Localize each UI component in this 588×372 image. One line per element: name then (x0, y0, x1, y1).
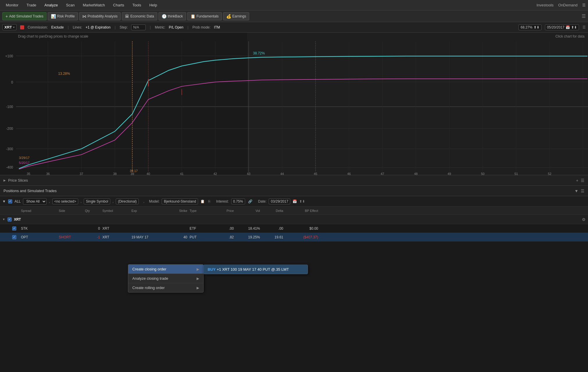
pos-collapse-all[interactable]: ▼ (2, 199, 6, 203)
col-header-price[interactable]: Price (212, 209, 235, 212)
menu-trade[interactable]: Trade (23, 2, 40, 8)
percentage-box[interactable]: 68.27% ⬆⬇ (518, 24, 541, 30)
xrt-expand[interactable]: ▼ (2, 218, 5, 221)
menu-monitor[interactable]: Monitor (2, 2, 22, 8)
chart-area[interactable]: Drag chart to panDrag prices to change s… (0, 33, 588, 175)
pos-model-value[interactable]: Bjerksund-Stensland (162, 199, 198, 204)
chart-hint-right: Click chart for data (555, 34, 585, 38)
svg-text:46: 46 (347, 172, 351, 175)
menu-ondemand[interactable]: OnDemand (558, 3, 578, 7)
thinkback-button[interactable]: 🕐 thinkBack (158, 12, 186, 20)
menu-settings-icon[interactable]: ☰ (582, 3, 586, 7)
date-arrows: ⬆⬇ (571, 25, 577, 29)
row2-qty: -1 (84, 235, 101, 239)
col-header-vol[interactable]: Vol (235, 209, 261, 212)
context-menu-item-analyze-closing[interactable]: Analyze closing trade ▶ (128, 274, 203, 283)
positions-filter-icon[interactable]: ▼ (574, 189, 578, 193)
commission-value[interactable]: Exclude (51, 25, 64, 29)
pos-no-selected[interactable]: <no selected> (52, 199, 78, 204)
settings-rows-icon[interactable]: ☰ (581, 178, 585, 183)
date-box[interactable]: 05/20/2017 📅 ⬆⬇ (545, 24, 579, 30)
menu-tools[interactable]: Tools (129, 2, 145, 8)
bar-right: 68.27% ⬆⬇ 05/20/2017 📅 ⬆⬇ ☰ (518, 24, 586, 30)
date-arrows-icon[interactable]: ⬆⬇ (299, 199, 305, 203)
svg-text:42: 42 (213, 172, 217, 175)
economic-data-button[interactable]: 🏛 Economic Data (122, 12, 157, 20)
menu-investools[interactable]: Investools (537, 3, 554, 7)
menu-scan[interactable]: Scan (63, 2, 78, 8)
add-simulated-trades-button[interactable]: + Add Simulated Trades (2, 12, 47, 20)
svg-text:35: 35 (27, 172, 30, 175)
col-header-exp[interactable]: Exp (130, 209, 165, 212)
date-calendar-icon[interactable]: 📅 (293, 199, 297, 203)
metric-label: Metric: (155, 25, 165, 29)
col-header-spread[interactable]: Spread (20, 209, 58, 212)
menu-analyze[interactable]: Analyze (41, 2, 61, 8)
date-label: Date: (258, 199, 267, 203)
column-headers: Spread Side Qty Symbol Exp Strike Type P… (0, 207, 588, 215)
pos-date-value[interactable]: 03/29/2017 (269, 199, 290, 204)
row1-delta: .00 (261, 226, 284, 231)
risk-profile-button[interactable]: 📊 Risk Profile (48, 12, 78, 20)
col-header-type[interactable]: Type (188, 209, 212, 212)
svg-text:45: 45 (314, 172, 317, 175)
pos-separator4: , (143, 199, 144, 203)
price-slices-toggle[interactable]: ▶ (3, 179, 6, 182)
step-input[interactable] (131, 24, 146, 30)
svg-text:44: 44 (280, 172, 284, 175)
earnings-button[interactable]: 💰 Earnings (223, 12, 249, 20)
lines-label: Lines: (73, 25, 82, 29)
plus-icon: + (6, 14, 8, 19)
economic-icon: 🏛 (125, 14, 129, 19)
pos-directional[interactable]: (Directional) (116, 199, 139, 204)
xrt-section-checkbox[interactable]: ✓ (8, 217, 12, 222)
context-menu-item-create-closing[interactable]: Create closing order ▶ BUY +1 XRT 100 19… (128, 265, 203, 274)
col-header-symbol[interactable]: Symbol (101, 209, 130, 212)
interest-link-icon[interactable]: 🔗 (248, 199, 252, 203)
row2-side: SHORT (58, 235, 84, 239)
row2-spread: OPT (20, 235, 58, 239)
positions-toolbar: ▼ ✓ ALL Show All , <no selected> , Singl… (0, 196, 588, 207)
close-position-button[interactable] (20, 25, 24, 29)
create-rolling-arrow: ▶ (197, 286, 199, 290)
svg-text:47: 47 (381, 172, 384, 175)
pos-interest-value[interactable]: 0.75% (231, 199, 245, 204)
model-copy-icon[interactable]: ⎘ (208, 199, 210, 203)
lines-value[interactable]: +1 @ Expiration (85, 25, 111, 29)
col-header-bp-effect[interactable]: BP Effect (284, 209, 319, 212)
svg-text:37: 37 (80, 172, 83, 175)
svg-text:51: 51 (514, 172, 518, 175)
col-header-qty[interactable]: Qty (84, 209, 101, 212)
col-header-side[interactable]: Side (58, 209, 84, 212)
settings-btn[interactable]: ☰ (582, 25, 586, 29)
positions-settings-icon[interactable]: ☰ (581, 189, 585, 193)
menu-marketwatch[interactable]: MarketWatch (79, 2, 108, 8)
pos-all-checkbox[interactable]: ✓ (8, 199, 12, 203)
menu-charts[interactable]: Charts (110, 2, 128, 8)
prob-mode-value[interactable]: ITM (214, 25, 220, 29)
svg-text:40: 40 (147, 172, 150, 175)
pos-model-icon[interactable]: 📋 (200, 199, 205, 203)
symbol-selector[interactable]: XRT ▾ (2, 24, 17, 30)
probability-icon: ⋈ (82, 14, 86, 19)
probability-analysis-button[interactable]: ⋈ Probability Analysis (79, 12, 121, 20)
pos-show-dropdown[interactable]: Show All (23, 198, 47, 205)
col-header-strike[interactable]: Strike (165, 209, 188, 212)
row2-checkbox[interactable]: ✓ (11, 235, 20, 239)
fundamentals-button[interactable]: 📋 Fundamentals (187, 12, 222, 20)
xrt-settings-icon[interactable]: ⚙ (582, 217, 586, 222)
svg-text:41: 41 (180, 172, 183, 175)
settings-icon[interactable]: ☰ (582, 14, 586, 19)
create-closing-label: Create closing order (132, 267, 166, 271)
pos-single-symbol[interactable]: Single Symbol (84, 199, 110, 204)
context-menu-item-create-rolling[interactable]: Create rolling order ▶ (128, 283, 203, 292)
row1-symbol: XRT (101, 226, 130, 231)
submenu-item-buy[interactable]: BUY +1 XRT 100 19 MAY 17 40 PUT @.35 LMT (204, 265, 308, 274)
add-row-icon[interactable]: + (576, 178, 578, 183)
row1-checkbox[interactable]: ✓ (11, 226, 20, 231)
table-row-opt[interactable]: ✓ OPT SHORT -1 XRT 19 MAY 17 40 PUT .82 … (0, 233, 588, 242)
col-header-delta[interactable]: Delta (261, 209, 284, 212)
metric-value[interactable]: P/L Open (169, 25, 183, 29)
menu-help[interactable]: Help (146, 2, 161, 8)
svg-rect-1 (247, 33, 588, 175)
